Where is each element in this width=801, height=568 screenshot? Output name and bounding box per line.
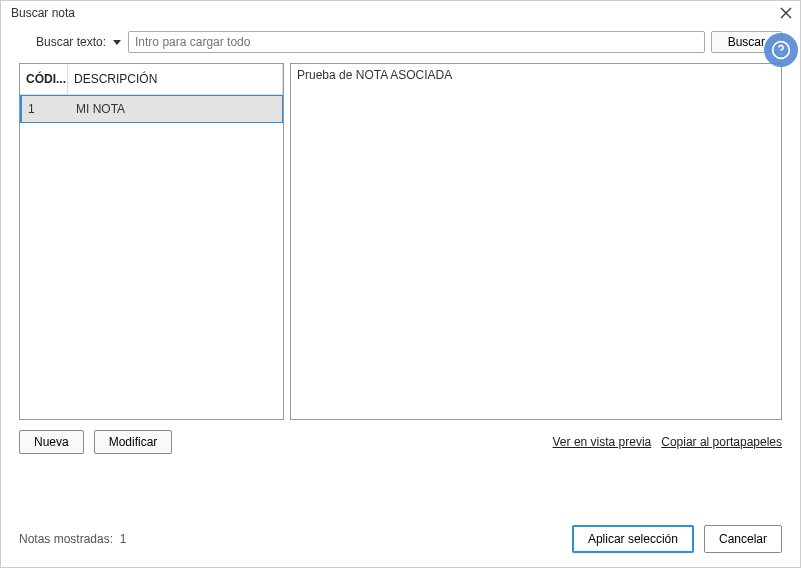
cell-description: MI NOTA	[70, 96, 282, 122]
modify-button[interactable]: Modificar	[94, 430, 173, 454]
preview-panel: Prueba de NOTA ASOCIADA	[290, 63, 782, 420]
table-header: CÓDI... DESCRIPCIÓN	[20, 64, 283, 95]
chevron-down-icon[interactable]	[112, 37, 122, 47]
search-row: Buscar texto: Buscar	[1, 23, 800, 63]
copy-clipboard-link[interactable]: Copiar al portapapeles	[661, 435, 782, 449]
count-value: 1	[120, 532, 127, 546]
search-label: Buscar texto:	[36, 35, 106, 49]
footer-buttons: Aplicar selección Cancelar	[572, 525, 782, 553]
below-main-row: Nueva Modificar Ver en vista previa Copi…	[1, 420, 800, 454]
window-title: Buscar nota	[11, 6, 75, 20]
footer-status: Notas mostradas: 1	[19, 532, 126, 546]
footer: Notas mostradas: 1 Aplicar selección Can…	[1, 513, 800, 567]
link-group-right: Ver en vista previa Copiar al portapapel…	[553, 435, 782, 449]
new-button[interactable]: Nueva	[19, 430, 84, 454]
col-header-code[interactable]: CÓDI...	[20, 64, 68, 94]
button-group-left: Nueva Modificar	[19, 430, 172, 454]
apply-selection-button[interactable]: Aplicar selección	[572, 525, 694, 553]
cell-code: 1	[22, 96, 70, 122]
search-input[interactable]	[128, 31, 705, 53]
titlebar: Buscar nota	[1, 1, 800, 23]
help-icon[interactable]	[764, 33, 798, 67]
preview-text: Prueba de NOTA ASOCIADA	[297, 68, 452, 82]
list-panel: CÓDI... DESCRIPCIÓN 1 MI NOTA	[19, 63, 284, 420]
count-label: Notas mostradas:	[19, 532, 113, 546]
cancel-button[interactable]: Cancelar	[704, 525, 782, 553]
svg-marker-2	[113, 40, 121, 45]
table-row[interactable]: 1 MI NOTA	[20, 95, 283, 123]
svg-point-4	[781, 54, 782, 55]
main-area: CÓDI... DESCRIPCIÓN 1 MI NOTA Prueba de …	[1, 63, 800, 420]
preview-link[interactable]: Ver en vista previa	[553, 435, 652, 449]
close-icon[interactable]	[778, 5, 794, 21]
col-header-description[interactable]: DESCRIPCIÓN	[68, 64, 283, 94]
